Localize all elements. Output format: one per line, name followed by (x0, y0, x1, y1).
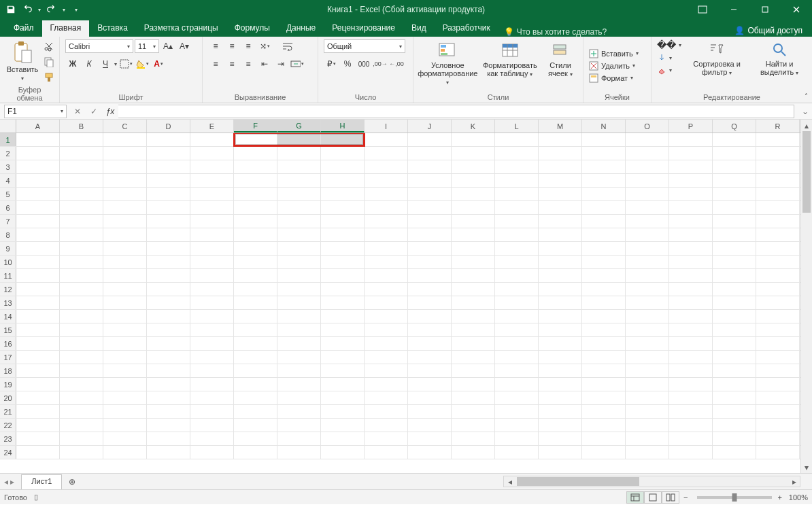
cell[interactable] (321, 310, 365, 323)
cell[interactable] (147, 323, 190, 336)
cell[interactable] (713, 174, 756, 187)
cell[interactable] (277, 269, 321, 282)
italic-button[interactable]: К (82, 57, 97, 71)
cell[interactable] (365, 446, 408, 459)
cell[interactable] (234, 269, 277, 282)
cell[interactable] (582, 283, 626, 296)
cell[interactable] (452, 160, 495, 173)
cell[interactable] (60, 147, 103, 160)
row-header[interactable]: 13 (0, 296, 16, 309)
cell[interactable] (234, 391, 277, 404)
font-size-combo[interactable]: 11▾ (135, 39, 159, 53)
cell[interactable] (234, 228, 277, 241)
macro-record-icon[interactable]: ▯ (34, 493, 38, 502)
cell[interactable] (365, 160, 408, 173)
page-break-view-icon[interactable] (662, 491, 679, 504)
cell[interactable] (277, 391, 321, 404)
cell[interactable] (147, 364, 190, 377)
cell[interactable] (539, 283, 582, 296)
cell[interactable] (452, 256, 495, 268)
cell[interactable] (321, 405, 365, 418)
row-header[interactable]: 5 (0, 188, 16, 200)
cell[interactable] (365, 147, 408, 160)
cell[interactable] (495, 283, 539, 296)
cell[interactable] (277, 432, 321, 445)
cell[interactable] (60, 283, 103, 296)
cell[interactable] (539, 133, 582, 146)
cell[interactable] (713, 391, 756, 404)
paste-button[interactable]: Вставить▾ (5, 39, 39, 84)
cell[interactable] (147, 256, 190, 268)
cell[interactable] (756, 242, 800, 255)
align-center-icon[interactable]: ≡ (224, 57, 239, 71)
cell[interactable] (365, 201, 408, 214)
cell[interactable] (713, 228, 756, 241)
cell[interactable] (626, 160, 669, 173)
cell[interactable] (539, 256, 582, 268)
cell[interactable] (277, 256, 321, 268)
col-header-Q[interactable]: Q (713, 120, 756, 133)
cell[interactable] (16, 174, 60, 187)
sheet-tab-active[interactable]: Лист1 (21, 474, 62, 489)
cell[interactable] (103, 269, 147, 282)
cell[interactable] (756, 228, 800, 241)
cell[interactable] (60, 201, 103, 214)
row-header[interactable]: 24 (0, 446, 16, 459)
cell[interactable] (756, 446, 800, 459)
cell[interactable] (60, 337, 103, 350)
col-header-D[interactable]: D (147, 120, 190, 133)
cell[interactable] (539, 405, 582, 418)
minimize-button[interactable] (718, 0, 749, 19)
cell[interactable] (495, 160, 539, 173)
cell[interactable] (582, 323, 626, 336)
cell[interactable] (365, 188, 408, 200)
cell[interactable] (539, 269, 582, 282)
cell[interactable] (16, 215, 60, 228)
cell[interactable] (365, 174, 408, 187)
cell[interactable] (190, 174, 234, 187)
cell[interactable] (408, 296, 452, 309)
cell[interactable] (103, 256, 147, 268)
cell[interactable] (60, 228, 103, 241)
cell[interactable] (321, 160, 365, 173)
cell[interactable] (365, 310, 408, 323)
cell[interactable] (147, 310, 190, 323)
normal-view-icon[interactable] (626, 491, 644, 504)
cell[interactable] (234, 419, 277, 432)
cell[interactable] (321, 188, 365, 200)
fill-color-button[interactable] (135, 57, 150, 71)
comma-format-icon[interactable]: 000 (356, 57, 371, 71)
cell[interactable] (626, 174, 669, 187)
cell[interactable] (713, 283, 756, 296)
copy-icon[interactable] (42, 55, 56, 69)
cell[interactable] (756, 323, 800, 336)
cell[interactable] (626, 432, 669, 445)
cell[interactable] (60, 296, 103, 309)
cell[interactable] (365, 323, 408, 336)
cell[interactable] (582, 242, 626, 255)
cell[interactable] (669, 269, 713, 282)
cell[interactable] (713, 256, 756, 268)
cell[interactable] (190, 269, 234, 282)
cell[interactable] (190, 188, 234, 200)
cell[interactable] (669, 133, 713, 146)
cell[interactable] (234, 337, 277, 350)
row-header[interactable]: 22 (0, 419, 16, 432)
cell[interactable] (495, 446, 539, 459)
cell[interactable] (539, 160, 582, 173)
cell[interactable] (408, 310, 452, 323)
cell[interactable] (365, 405, 408, 418)
cell[interactable] (277, 215, 321, 228)
row-header[interactable]: 2 (0, 147, 16, 160)
cell[interactable] (669, 160, 713, 173)
cell[interactable] (756, 201, 800, 214)
tab-developer[interactable]: Разработчик (435, 20, 498, 37)
cell[interactable] (626, 228, 669, 241)
cell[interactable] (190, 446, 234, 459)
vertical-scrollbar[interactable]: ▴ ▾ (800, 120, 812, 473)
cell[interactable] (277, 419, 321, 432)
cell[interactable] (103, 147, 147, 160)
cell[interactable] (408, 432, 452, 445)
cell[interactable] (16, 269, 60, 282)
cell[interactable] (452, 337, 495, 350)
